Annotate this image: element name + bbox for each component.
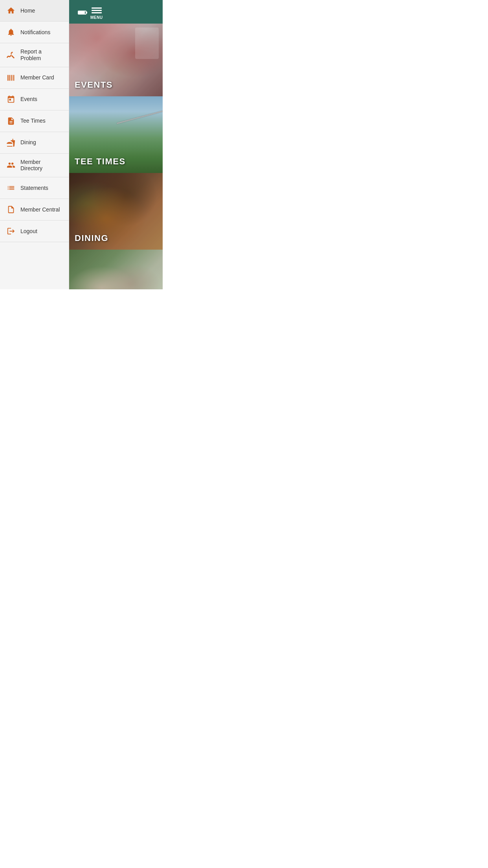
tile-dining[interactable]: DINING [69, 173, 163, 250]
sidebar-item-logout[interactable]: Logout [0, 221, 69, 242]
sidebar-label-home: Home [20, 7, 35, 14]
topbar: MENU [69, 0, 163, 24]
tile-member-directory[interactable]: MEMBER D... [69, 250, 163, 289]
sidebar-label-tee-times: Tee Times [20, 118, 46, 124]
menu-line-2 [92, 10, 102, 11]
sidebar-label-member-central: Member Central [20, 206, 60, 213]
tile-label-tee-times: TEE TIMES [75, 156, 126, 167]
svg-rect-4 [11, 75, 12, 81]
sidebar-label-dining: Dining [20, 139, 36, 146]
sidebar-item-member-card[interactable]: Member Card [0, 67, 69, 89]
menu-button[interactable]: MENU [90, 7, 103, 20]
tile-label-events: EVENTS [75, 80, 113, 90]
sidebar-label-statements: Statements [20, 185, 48, 191]
sidebar-item-events[interactable]: Events [0, 89, 69, 110]
svg-rect-2 [9, 75, 10, 81]
wrench-icon [6, 50, 17, 61]
menu-line-3 [92, 12, 102, 13]
barcode-icon [6, 72, 17, 83]
sidebar-label-logout: Logout [20, 228, 37, 235]
svg-rect-0 [7, 75, 8, 81]
sidebar-item-notifications[interactable]: Notifications [0, 22, 69, 43]
logout-icon [6, 226, 17, 237]
svg-rect-6 [13, 75, 14, 81]
main-content: MENU EVENTS TEE TIMES DINING [69, 0, 163, 289]
document-icon [6, 116, 17, 127]
menu-label: MENU [90, 15, 103, 20]
sidebar-item-dining[interactable]: Dining [0, 132, 69, 154]
sidebar-label-notifications: Notifications [20, 29, 50, 36]
battery-indicator [78, 10, 86, 15]
list-icon [6, 182, 17, 193]
menu-line-1 [92, 7, 102, 9]
file-icon [6, 204, 17, 215]
sidebar-item-report-problem[interactable]: Report a Problem [0, 43, 69, 67]
tile-tee-times[interactable]: TEE TIMES [69, 96, 163, 173]
sidebar-item-member-central[interactable]: Member Central [0, 199, 69, 221]
sidebar-item-tee-times[interactable]: Tee Times [0, 110, 69, 132]
utensils-icon [6, 137, 17, 148]
sidebar-label-events: Events [20, 96, 37, 103]
sidebar-item-member-directory[interactable]: Member Directory [0, 154, 69, 178]
home-icon [6, 5, 17, 16]
sidebar-label-member-directory: Member Directory [20, 159, 63, 172]
person-icon [6, 160, 17, 171]
svg-rect-5 [13, 75, 13, 81]
battery-fill [79, 11, 85, 14]
battery-body [78, 11, 86, 15]
sidebar-label-member-card: Member Card [20, 74, 54, 81]
sidebar: Home Notifications Report a Problem Memb… [0, 0, 69, 289]
calendar-icon [6, 94, 17, 105]
svg-rect-1 [9, 75, 9, 81]
bell-icon [6, 27, 17, 38]
tile-label-dining: DINING [75, 233, 108, 243]
sidebar-item-home[interactable]: Home [0, 0, 69, 22]
svg-rect-3 [11, 75, 11, 81]
sidebar-label-report-problem: Report a Problem [20, 48, 63, 62]
tiles-container: EVENTS TEE TIMES DINING MEMBER D... [69, 24, 163, 289]
tile-events[interactable]: EVENTS [69, 24, 163, 96]
sidebar-item-statements[interactable]: Statements [0, 177, 69, 199]
